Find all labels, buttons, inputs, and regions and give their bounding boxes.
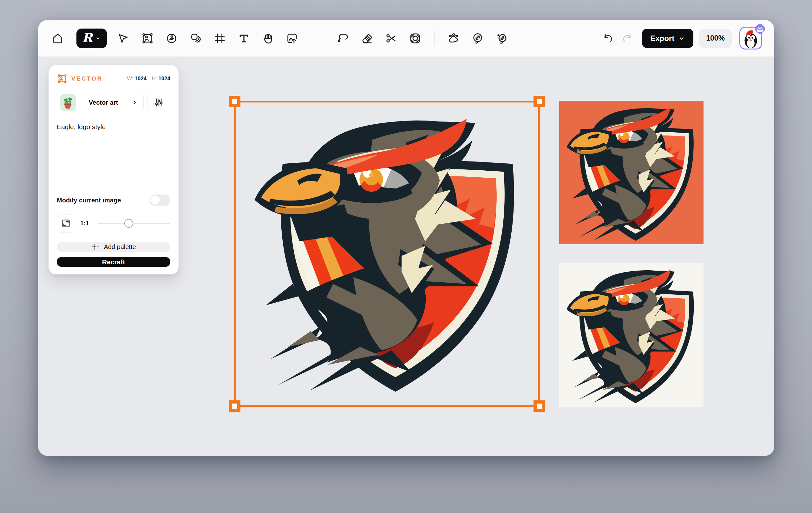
lasso-tool-button[interactable] — [335, 30, 351, 47]
creative-upscale-icon — [495, 32, 508, 45]
panel-header: VECTOR W:1024 H:1024 — [57, 73, 170, 84]
duplicate-layers-icon — [190, 32, 202, 45]
export-label: Export — [650, 34, 674, 43]
lasso-icon — [337, 32, 349, 45]
style-row: Vector art — [57, 92, 170, 113]
toolbar: R — [38, 20, 774, 57]
eagle-logo-variant — [561, 103, 702, 243]
aspect-ratio-slider[interactable] — [98, 219, 170, 228]
export-button[interactable]: Export — [642, 29, 693, 48]
scissors-icon — [385, 32, 398, 45]
redo-button[interactable] — [619, 30, 636, 47]
tool-group-main — [115, 30, 300, 47]
chevron-down-icon — [94, 35, 102, 42]
upload-image-icon — [286, 32, 298, 45]
mockup-tool-button[interactable] — [163, 30, 180, 47]
premium-crown-badge-icon — [753, 22, 767, 36]
vectorize-icon — [447, 32, 460, 45]
mode-label: VECTOR — [71, 76, 103, 82]
width-label: W: — [127, 76, 133, 82]
add-palette-label: Add palette — [104, 243, 136, 251]
style-settings-button[interactable] — [147, 92, 170, 113]
variant-thumbnail-orange[interactable] — [559, 101, 703, 244]
style-selector[interactable]: Vector art — [57, 92, 144, 113]
vectorize-tool-button[interactable] — [445, 30, 462, 47]
aspect-ratio-value: 1:1 — [80, 220, 89, 227]
creative-upscale-tool-button[interactable] — [494, 30, 510, 47]
vector-mode-icon — [57, 73, 67, 84]
toolbar-divider — [71, 31, 71, 46]
add-palette-button[interactable]: Add palette — [57, 242, 170, 252]
pattern-tool-button[interactable] — [407, 30, 424, 47]
duplicate-tool-button[interactable] — [187, 30, 204, 47]
toolbar-divider — [434, 31, 435, 46]
undo-icon — [601, 32, 614, 45]
generation-panel: VECTOR W:1024 H:1024 — [49, 65, 179, 275]
zoom-level-value: 100% — [706, 34, 725, 42]
variant-thumbnail-cream[interactable] — [559, 263, 703, 407]
text-tool-button[interactable] — [236, 30, 252, 47]
style-selector-label: Vector art — [76, 99, 131, 106]
user-avatar[interactable] — [740, 27, 763, 50]
upload-image-tool-button[interactable] — [284, 30, 300, 47]
toggle-knob — [150, 195, 160, 205]
size-info: W:1024 H:1024 — [127, 76, 170, 82]
add-plus-icon — [91, 243, 99, 251]
modify-toggle[interactable] — [149, 195, 170, 206]
height-label: H: — [152, 76, 157, 82]
selection-handle-top-right[interactable] — [533, 96, 545, 107]
prompt-text: Eagle, logo style — [57, 123, 106, 131]
modify-row: Modify current image — [57, 195, 170, 206]
aspect-ratio-button[interactable] — [57, 214, 75, 232]
upscale-icon — [471, 32, 484, 45]
chevron-down-icon — [678, 35, 685, 42]
pattern-icon — [409, 32, 422, 45]
slider-track — [98, 223, 170, 224]
cursor-icon — [117, 32, 130, 45]
slider-knob[interactable] — [124, 219, 133, 228]
sliders-icon — [153, 97, 164, 108]
eraser-icon — [360, 32, 373, 45]
style-thumbnail-plant — [60, 94, 76, 111]
selection-handle-bottom-left[interactable] — [229, 400, 240, 412]
modify-label: Modify current image — [57, 197, 121, 204]
recraft-label: Recraft — [102, 258, 125, 265]
select-tool-button[interactable] — [115, 30, 132, 47]
tool-group-edit — [335, 30, 510, 47]
width-value: 1024 — [135, 76, 147, 82]
frame-crop-icon — [213, 32, 226, 45]
chevron-right-icon — [131, 99, 138, 106]
height-value: 1024 — [158, 76, 170, 82]
history-controls — [600, 30, 636, 47]
recraft-logo-icon: R — [82, 31, 92, 44]
app-window: R — [38, 20, 774, 456]
redo-icon — [621, 32, 634, 45]
aspect-ratio-row: 1:1 — [57, 214, 170, 232]
mockup-icon — [165, 32, 178, 45]
selected-artwork[interactable] — [234, 101, 540, 407]
prompt-input[interactable]: Eagle, logo style — [57, 122, 170, 192]
cutout-tool-button[interactable] — [383, 30, 399, 47]
selection-handle-bottom-right[interactable] — [533, 400, 545, 412]
eraser-tool-button[interactable] — [359, 30, 375, 47]
image-frame-tool-button[interactable] — [139, 30, 156, 47]
recraft-logo-button[interactable]: R — [77, 29, 107, 48]
undo-button[interactable] — [600, 30, 616, 47]
eagle-logo-variant — [561, 264, 702, 405]
home-icon — [51, 32, 64, 45]
recraft-generate-button[interactable]: Recraft — [57, 257, 170, 267]
home-button[interactable] — [50, 30, 66, 47]
selection-handle-top-left[interactable] — [229, 96, 240, 107]
zoom-level-button[interactable]: 100% — [699, 29, 732, 48]
text-icon — [238, 32, 250, 45]
frame-crop-tool-button[interactable] — [211, 30, 228, 47]
image-frame-icon — [141, 32, 154, 45]
aspect-ratio-icon — [61, 218, 71, 229]
eagle-logo-artwork — [243, 109, 531, 396]
upscale-tool-button[interactable] — [469, 30, 486, 47]
hand-tool-button[interactable] — [260, 30, 276, 47]
hand-icon — [262, 32, 274, 45]
